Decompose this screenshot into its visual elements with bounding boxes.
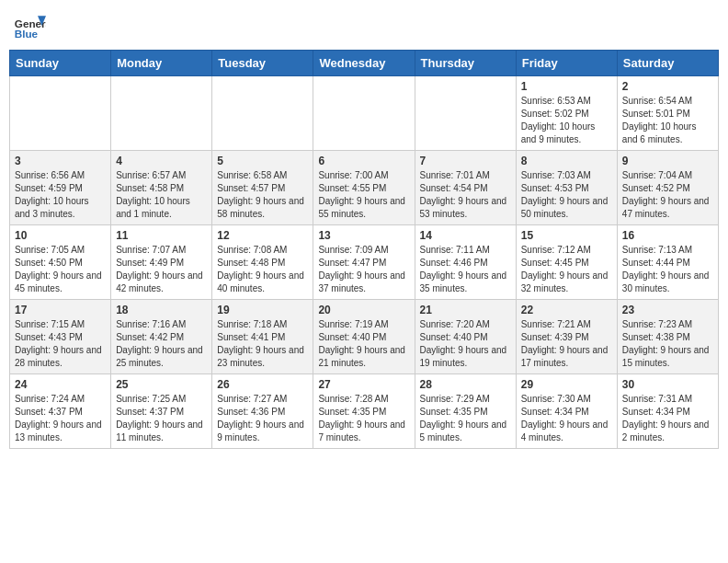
col-header-monday: Monday [111,51,212,76]
day-info: Sunrise: 7:25 AMSunset: 4:37 PMDaylight:… [116,393,207,444]
calendar-cell-w1d4: 7Sunrise: 7:01 AMSunset: 4:54 PMDaylight… [415,151,516,225]
calendar-cell-w4d2: 26Sunrise: 7:27 AMSunset: 4:36 PMDayligh… [212,374,313,449]
day-info: Sunrise: 7:09 AMSunset: 4:47 PMDaylight:… [318,244,409,295]
day-info: Sunrise: 6:53 AMSunset: 5:02 PMDaylight:… [521,95,612,146]
day-number: 16 [622,229,713,242]
col-header-wednesday: Wednesday [313,51,415,76]
calendar-cell-w2d5: 15Sunrise: 7:12 AMSunset: 4:45 PMDayligh… [516,225,617,300]
calendar-cell-w0d3 [313,76,415,151]
day-info: Sunrise: 7:27 AMSunset: 4:36 PMDaylight:… [217,393,308,444]
day-info: Sunrise: 7:31 AMSunset: 4:34 PMDaylight:… [622,393,713,444]
day-number: 28 [420,378,511,391]
calendar-cell-w0d5: 1Sunrise: 6:53 AMSunset: 5:02 PMDaylight… [516,76,617,151]
day-number: 26 [217,378,308,391]
calendar-cell-w1d1: 4Sunrise: 6:57 AMSunset: 4:58 PMDaylight… [111,151,212,225]
calendar-cell-w0d0 [10,76,111,151]
col-header-thursday: Thursday [415,51,516,76]
calendar-cell-w4d3: 27Sunrise: 7:28 AMSunset: 4:35 PMDayligh… [313,374,415,449]
day-info: Sunrise: 7:04 AMSunset: 4:52 PMDaylight:… [622,169,713,221]
calendar-cell-w0d2 [212,76,313,151]
calendar-cell-w2d4: 14Sunrise: 7:11 AMSunset: 4:46 PMDayligh… [415,225,516,300]
calendar-cell-w3d3: 20Sunrise: 7:19 AMSunset: 4:40 PMDayligh… [313,300,415,374]
day-number: 21 [420,304,511,316]
day-info: Sunrise: 7:24 AMSunset: 4:37 PMDaylight:… [15,393,106,444]
day-info: Sunrise: 6:56 AMSunset: 4:59 PMDaylight:… [15,169,106,221]
day-number: 22 [521,304,612,316]
day-info: Sunrise: 7:00 AMSunset: 4:55 PMDaylight:… [318,169,409,221]
calendar-cell-w1d3: 6Sunrise: 7:00 AMSunset: 4:55 PMDaylight… [313,151,415,225]
day-number: 4 [116,155,207,167]
calendar-cell-w1d2: 5Sunrise: 6:58 AMSunset: 4:57 PMDaylight… [212,151,313,225]
day-info: Sunrise: 7:20 AMSunset: 4:40 PMDaylight:… [420,318,511,370]
logo-icon: General Blue [13,9,46,42]
day-info: Sunrise: 7:07 AMSunset: 4:49 PMDaylight:… [116,244,207,295]
day-number: 3 [15,155,106,167]
day-info: Sunrise: 7:19 AMSunset: 4:40 PMDaylight:… [318,318,409,370]
day-info: Sunrise: 7:03 AMSunset: 4:53 PMDaylight:… [521,169,612,221]
day-info: Sunrise: 7:08 AMSunset: 4:48 PMDaylight:… [217,244,308,295]
calendar-cell-w3d1: 18Sunrise: 7:16 AMSunset: 4:42 PMDayligh… [111,300,212,374]
calendar-cell-w1d6: 9Sunrise: 7:04 AMSunset: 4:52 PMDaylight… [617,151,718,225]
calendar-cell-w0d6: 2Sunrise: 6:54 AMSunset: 5:01 PMDaylight… [617,76,718,151]
day-number: 13 [318,229,409,242]
day-number: 27 [318,378,409,391]
day-info: Sunrise: 7:15 AMSunset: 4:43 PMDaylight:… [15,318,106,370]
day-number: 9 [622,155,713,167]
day-info: Sunrise: 7:12 AMSunset: 4:45 PMDaylight:… [521,244,612,295]
day-info: Sunrise: 7:05 AMSunset: 4:50 PMDaylight:… [15,244,106,295]
col-header-sunday: Sunday [10,51,111,76]
col-header-tuesday: Tuesday [212,51,313,76]
day-number: 6 [318,155,409,167]
day-info: Sunrise: 7:13 AMSunset: 4:44 PMDaylight:… [622,244,713,295]
calendar-cell-w2d6: 16Sunrise: 7:13 AMSunset: 4:44 PMDayligh… [617,225,718,300]
calendar-cell-w3d5: 22Sunrise: 7:21 AMSunset: 4:39 PMDayligh… [516,300,617,374]
day-number: 25 [116,378,207,391]
day-info: Sunrise: 6:58 AMSunset: 4:57 PMDaylight:… [217,169,308,221]
calendar-cell-w3d0: 17Sunrise: 7:15 AMSunset: 4:43 PMDayligh… [10,300,111,374]
calendar-cell-w4d5: 29Sunrise: 7:30 AMSunset: 4:34 PMDayligh… [516,374,617,449]
day-number: 5 [217,155,308,167]
day-info: Sunrise: 6:57 AMSunset: 4:58 PMDaylight:… [116,169,207,221]
day-info: Sunrise: 7:18 AMSunset: 4:41 PMDaylight:… [217,318,308,370]
day-number: 2 [622,80,713,93]
logo: General Blue [13,9,46,42]
day-number: 18 [116,304,207,316]
day-number: 17 [15,304,106,316]
day-number: 12 [217,229,308,242]
calendar-cell-w2d2: 12Sunrise: 7:08 AMSunset: 4:48 PMDayligh… [212,225,313,300]
day-info: Sunrise: 7:23 AMSunset: 4:38 PMDaylight:… [622,318,713,370]
calendar-cell-w4d0: 24Sunrise: 7:24 AMSunset: 4:37 PMDayligh… [10,374,111,449]
calendar-cell-w1d0: 3Sunrise: 6:56 AMSunset: 4:59 PMDaylight… [10,151,111,225]
calendar-cell-w2d3: 13Sunrise: 7:09 AMSunset: 4:47 PMDayligh… [313,225,415,300]
day-number: 8 [521,155,612,167]
day-number: 11 [116,229,207,242]
calendar-cell-w4d4: 28Sunrise: 7:29 AMSunset: 4:35 PMDayligh… [415,374,516,449]
day-info: Sunrise: 7:11 AMSunset: 4:46 PMDaylight:… [420,244,511,295]
day-number: 1 [521,80,612,93]
page-header: General Blue [9,9,719,42]
svg-text:Blue: Blue [15,28,39,40]
day-info: Sunrise: 6:54 AMSunset: 5:01 PMDaylight:… [622,95,713,146]
calendar-cell-w1d5: 8Sunrise: 7:03 AMSunset: 4:53 PMDaylight… [516,151,617,225]
day-number: 30 [622,378,713,391]
calendar-cell-w2d0: 10Sunrise: 7:05 AMSunset: 4:50 PMDayligh… [10,225,111,300]
calendar-cell-w3d2: 19Sunrise: 7:18 AMSunset: 4:41 PMDayligh… [212,300,313,374]
day-number: 7 [420,155,511,167]
day-number: 23 [622,304,713,316]
calendar-cell-w3d6: 23Sunrise: 7:23 AMSunset: 4:38 PMDayligh… [617,300,718,374]
day-number: 19 [217,304,308,316]
day-info: Sunrise: 7:21 AMSunset: 4:39 PMDaylight:… [521,318,612,370]
day-info: Sunrise: 7:01 AMSunset: 4:54 PMDaylight:… [420,169,511,221]
col-header-saturday: Saturday [617,51,718,76]
day-number: 14 [420,229,511,242]
calendar-cell-w4d6: 30Sunrise: 7:31 AMSunset: 4:34 PMDayligh… [617,374,718,449]
day-number: 20 [318,304,409,316]
calendar-cell-w0d4 [415,76,516,151]
day-info: Sunrise: 7:29 AMSunset: 4:35 PMDaylight:… [420,393,511,444]
day-number: 29 [521,378,612,391]
calendar-cell-w4d1: 25Sunrise: 7:25 AMSunset: 4:37 PMDayligh… [111,374,212,449]
day-number: 10 [15,229,106,242]
calendar-cell-w0d1 [111,76,212,151]
day-info: Sunrise: 7:28 AMSunset: 4:35 PMDaylight:… [318,393,409,444]
calendar-cell-w2d1: 11Sunrise: 7:07 AMSunset: 4:49 PMDayligh… [111,225,212,300]
